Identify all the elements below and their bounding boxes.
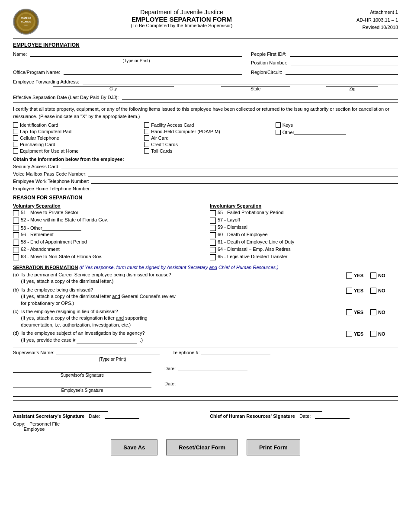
chr-sig-line[interactable] [210, 403, 322, 412]
reset-button[interactable]: Reset/Clear Form [166, 439, 238, 455]
vol-56-checkbox[interactable] [13, 232, 19, 238]
facility-access-checkbox[interactable] [144, 122, 149, 128]
vol-62-checkbox[interactable] [13, 247, 19, 253]
attachment-info: Attachment 1 [320, 9, 398, 16]
supervisor-name-input[interactable] [56, 349, 160, 355]
supervisor-date-input[interactable] [178, 364, 247, 371]
question-a: (a) Is the permanent Career Service empl… [13, 272, 344, 285]
name-label: Name: [13, 51, 27, 57]
work-phone-input[interactable] [91, 178, 398, 184]
inv-59-checkbox[interactable] [210, 225, 216, 231]
chr-label: Chief of Human Resources' Signature [210, 413, 295, 419]
air-card-checkbox[interactable] [144, 135, 149, 141]
form-title: EMPLOYEE SEPARATION FORM [43, 16, 320, 23]
qa-yes-checkbox[interactable] [346, 272, 352, 279]
sep-info-title: SEPARATION INFORMATION [13, 265, 78, 270]
office-label: Office/Program Name: [13, 70, 60, 75]
inv-65-checkbox[interactable] [210, 254, 216, 260]
obtain-title: Obtain the information below from the em… [13, 157, 398, 162]
asst-date-label: Date: [89, 413, 100, 419]
question-d: (d) Is the employee subject of an invest… [13, 330, 344, 343]
employee-sig-line[interactable] [13, 379, 151, 388]
people-first-label: People First ID#: [251, 51, 286, 57]
qc-yes-checkbox[interactable] [346, 309, 352, 315]
asst-sec-label: Assistant Secretary's Signature [13, 413, 84, 419]
inv-61-checkbox[interactable] [210, 240, 216, 246]
vol-52-checkbox[interactable] [13, 218, 19, 224]
region-input[interactable] [286, 68, 398, 75]
supervisor-sig-label: Supervisor's Signature [13, 373, 151, 378]
position-label: Position Number: [251, 60, 287, 65]
address-label: Employee Forwarding Address: [13, 79, 79, 84]
qb-no-label: NO [378, 288, 385, 293]
office-input[interactable] [64, 68, 242, 75]
people-first-input[interactable] [290, 50, 398, 57]
toll-cards-checkbox[interactable] [144, 148, 149, 154]
inv-60-checkbox[interactable] [210, 232, 216, 238]
region-label: Region/Circuit: [251, 70, 282, 75]
voice-mailbox-input[interactable] [88, 170, 398, 176]
sep-date-input[interactable] [122, 93, 398, 100]
asst-sec-sig-line[interactable] [13, 403, 108, 412]
qd-no-checkbox[interactable] [370, 331, 376, 337]
equipment-home-checkbox[interactable] [13, 148, 18, 154]
vol-53-checkbox[interactable] [13, 225, 19, 231]
telephone-label: Telephone #: [173, 350, 200, 355]
certify-text: I certify that all state property, equip… [13, 106, 398, 120]
svg-text:STATE OF: STATE OF [21, 17, 31, 19]
svg-text:FLORIDA: FLORIDA [21, 20, 31, 23]
security-access-input[interactable] [61, 163, 398, 169]
address-input[interactable] [83, 77, 398, 84]
asst-date-input[interactable] [105, 413, 139, 419]
cell-phone-checkbox[interactable] [13, 135, 18, 141]
copy-label: Copy: [13, 421, 26, 426]
qd-yes-checkbox[interactable] [346, 331, 352, 337]
employee-date-input[interactable] [178, 379, 247, 386]
zip-label: Zip [349, 87, 355, 91]
qa-yes-label: YES [354, 273, 363, 278]
reason-section-title: REASON FOR SEPARATION [13, 195, 398, 201]
voluntary-title: Voluntary Separation [13, 203, 201, 208]
city-label: City [109, 87, 117, 91]
inv-57-checkbox[interactable] [210, 218, 216, 224]
id-card-checkbox[interactable] [13, 122, 18, 128]
home-phone-input[interactable] [93, 185, 398, 191]
name-sublabel: (Type or Print) [30, 58, 242, 63]
inv-55-checkbox[interactable] [210, 210, 216, 216]
qd-no-label: NO [378, 331, 385, 337]
question-b: (b) Is the employee being dismissed? (If… [13, 287, 344, 307]
agency-logo: STATE OF FLORIDA DJJ [13, 9, 39, 35]
purchasing-card-checkbox[interactable] [13, 142, 18, 147]
vol-63-checkbox[interactable] [13, 254, 19, 260]
handheld-computer-checkbox[interactable] [144, 129, 149, 134]
print-button[interactable]: Print Form [247, 439, 300, 455]
telephone-input[interactable] [201, 349, 270, 355]
position-input[interactable] [291, 58, 398, 65]
qd-yes-label: YES [354, 331, 363, 337]
inv-64-checkbox[interactable] [210, 247, 216, 253]
date-label-2: Date: [164, 381, 176, 386]
dept-title: Department of Juvenile Justice [43, 9, 320, 16]
vol-51-checkbox[interactable] [13, 210, 19, 216]
supervisor-name-label: Supervisor's Name: [13, 350, 55, 355]
form-subtitle: (To Be Completed by the Immediate Superv… [43, 23, 320, 28]
sep-info-subtitle: (If Yes response, form must be signed by… [79, 265, 278, 270]
svg-text:DJJ: DJJ [25, 24, 28, 26]
qa-no-checkbox[interactable] [370, 272, 376, 279]
keys-checkbox[interactable] [276, 122, 281, 128]
save-as-button[interactable]: Save As [111, 439, 157, 455]
chr-date-label: Date: [299, 413, 311, 419]
other-checkbox[interactable] [276, 130, 281, 135]
chr-date-input[interactable] [315, 413, 350, 419]
employee-info-title: EMPLOYEE INFORMATION [13, 42, 398, 48]
credit-cards-checkbox[interactable] [144, 142, 149, 147]
qb-no-checkbox[interactable] [370, 288, 376, 294]
employee-sig-label: Employee's Signature [13, 388, 151, 393]
question-c: (c) Is the employee resigning in lieu of… [13, 308, 344, 328]
supervisor-sig-line[interactable] [13, 364, 151, 373]
name-input[interactable] [30, 50, 242, 57]
laptop-checkbox[interactable] [13, 129, 18, 134]
qc-no-checkbox[interactable] [370, 309, 376, 315]
qb-yes-checkbox[interactable] [346, 288, 352, 294]
vol-58-checkbox[interactable] [13, 240, 19, 246]
